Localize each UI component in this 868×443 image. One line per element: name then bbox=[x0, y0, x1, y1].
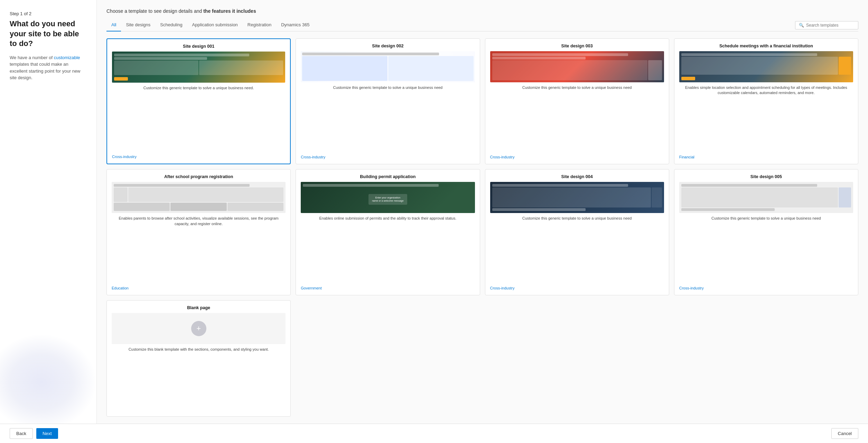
card-description: Customize this generic template to solve… bbox=[490, 85, 664, 90]
card-thumbnail: + bbox=[112, 313, 286, 344]
card-thumbnail: Enter your organizationname or a welcome… bbox=[301, 182, 475, 213]
card-description: Enables online submission of permits and… bbox=[301, 216, 475, 221]
next-button[interactable]: Next bbox=[36, 428, 58, 439]
card-title: Schedule meetings with a financial insti… bbox=[679, 44, 853, 48]
panel-title: Choose a template to see design details … bbox=[106, 8, 858, 14]
card-tag: Cross-industry bbox=[490, 155, 664, 159]
card-title: Site design 002 bbox=[301, 44, 475, 48]
template-card-building-permit[interactable]: Building permit application Enter your o… bbox=[296, 169, 480, 295]
template-grid: Site design 001 Customize this generic t… bbox=[106, 38, 858, 424]
footer: Back Next Cancel bbox=[0, 424, 868, 443]
cancel-button[interactable]: Cancel bbox=[831, 428, 858, 439]
card-thumbnail bbox=[301, 51, 475, 82]
card-description: Customize this generic template to solve… bbox=[490, 216, 664, 221]
template-card-site-design-003[interactable]: Site design 003 Customize this generic t… bbox=[485, 38, 669, 164]
template-card-site-design-001[interactable]: Site design 001 Customize this generic t… bbox=[106, 38, 291, 164]
card-title: Blank page bbox=[112, 305, 286, 310]
card-description: Customize this generic template to solve… bbox=[112, 85, 285, 91]
card-title: After school program registration bbox=[112, 174, 286, 179]
tab-site-designs[interactable]: Site designs bbox=[121, 19, 155, 31]
right-panel: Choose a template to see design details … bbox=[97, 0, 868, 424]
background-decoration bbox=[0, 334, 97, 424]
card-thumbnail bbox=[679, 182, 853, 213]
card-thumbnail bbox=[679, 51, 853, 82]
back-button[interactable]: Back bbox=[10, 428, 33, 439]
card-description: Enables parents to browse after school a… bbox=[112, 216, 286, 227]
footer-left-buttons: Back Next bbox=[10, 428, 58, 439]
card-tag: Cross-industry bbox=[490, 286, 664, 290]
card-tag: Cross-industry bbox=[112, 155, 285, 159]
card-title: Site design 005 bbox=[679, 174, 853, 179]
card-tag: Cross-industry bbox=[679, 286, 853, 290]
template-card-blank-page[interactable]: Blank page + Customize this blank templa… bbox=[106, 300, 291, 417]
template-card-schedule-meetings[interactable]: Schedule meetings with a financial insti… bbox=[674, 38, 858, 164]
card-tag: Government bbox=[301, 286, 475, 290]
template-card-site-design-005[interactable]: Site design 005 Customize this generic t… bbox=[674, 169, 858, 295]
card-tag: Financial bbox=[679, 155, 853, 159]
left-panel: Step 1 of 2 What do you need your site t… bbox=[0, 0, 97, 424]
card-thumbnail bbox=[490, 51, 664, 82]
card-thumbnail bbox=[112, 52, 285, 83]
page-heading: What do you need your site to be able to… bbox=[10, 19, 87, 49]
card-title: Site design 001 bbox=[112, 44, 285, 49]
search-box[interactable]: 🔍 bbox=[795, 21, 858, 29]
search-icon: 🔍 bbox=[799, 23, 804, 28]
template-card-after-school[interactable]: After school program registration bbox=[106, 169, 291, 295]
search-input[interactable] bbox=[806, 23, 855, 28]
tabs-bar: All Site designs Scheduling Application … bbox=[106, 19, 858, 31]
card-title: Site design 003 bbox=[490, 44, 664, 48]
blank-plus-icon: + bbox=[191, 321, 206, 336]
page-description: We have a number of customizable templat… bbox=[10, 54, 87, 81]
template-card-site-design-002[interactable]: Site design 002 Customize this generic t… bbox=[296, 38, 480, 164]
card-title: Site design 004 bbox=[490, 174, 664, 179]
card-description: Customize this generic template to solve… bbox=[679, 216, 853, 221]
tab-all[interactable]: All bbox=[106, 19, 121, 31]
tab-application-submission[interactable]: Application submission bbox=[187, 19, 243, 31]
tab-dynamics-365[interactable]: Dynamics 365 bbox=[276, 19, 314, 31]
step-label: Step 1 of 2 bbox=[10, 11, 87, 16]
card-description: Customize this generic template to solve… bbox=[301, 85, 475, 90]
card-tag: Cross-industry bbox=[301, 155, 475, 159]
card-description: Enables simple location selection and ap… bbox=[679, 85, 853, 96]
card-description: Customize this blank template with the s… bbox=[112, 347, 286, 352]
tab-scheduling[interactable]: Scheduling bbox=[155, 19, 187, 31]
tab-registration[interactable]: Registration bbox=[243, 19, 276, 31]
template-card-site-design-004[interactable]: Site design 004 Customize this generic t… bbox=[485, 169, 669, 295]
card-thumbnail bbox=[112, 182, 286, 213]
card-title: Building permit application bbox=[301, 174, 475, 179]
card-thumbnail bbox=[490, 182, 664, 213]
card-tag: Education bbox=[112, 286, 286, 290]
